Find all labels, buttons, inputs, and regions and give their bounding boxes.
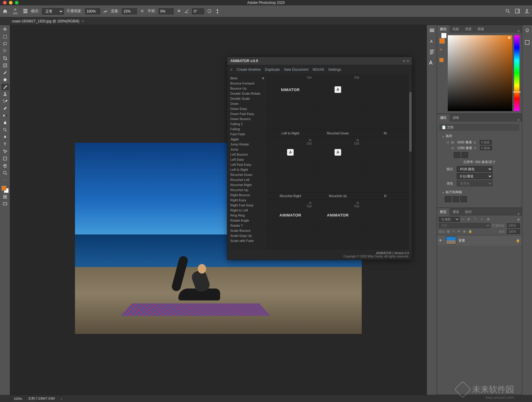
hand-tool[interactable] <box>1 162 9 169</box>
canvas-section-toggle[interactable]: ⌄画布 <box>442 134 517 138</box>
lock-pixels-icon[interactable]: ✎ <box>452 230 456 234</box>
ruler-icon-2[interactable] <box>453 196 459 202</box>
filter-shape-icon[interactable]: ▱ <box>481 217 485 222</box>
color-tab[interactable]: 颜色 <box>437 25 450 33</box>
share-icon[interactable] <box>524 8 530 14</box>
foreground-color[interactable] <box>1 186 6 191</box>
angle-icon[interactable] <box>184 9 189 14</box>
swatches-tab[interactable]: 色板 <box>450 25 462 33</box>
animator-list-item[interactable]: Scale with Fade <box>230 239 264 243</box>
animator-cell[interactable]: Right to <box>362 231 409 250</box>
animator-cell[interactable]: Right Fast EasyNew <box>314 231 361 250</box>
shape-tool[interactable] <box>1 155 9 162</box>
brush-panel-icon[interactable] <box>23 8 28 14</box>
animator-cell[interactable]: InOutA <box>267 137 314 168</box>
filter-smart-icon[interactable]: ◧ <box>487 217 492 222</box>
animator-list-item[interactable]: Scale Bounce <box>230 229 264 232</box>
gradient-tool[interactable] <box>1 112 9 119</box>
visibility-icon[interactable]: 👁 <box>439 239 444 242</box>
hue-handle[interactable] <box>513 91 520 93</box>
panel-menu-icon[interactable]: ≡ <box>518 29 522 33</box>
animator-cell[interactable]: Ricochet Up <box>314 168 361 199</box>
close-icon[interactable]: × <box>262 76 264 81</box>
animator-list-item[interactable]: Falling <box>230 127 264 131</box>
fill-select[interactable]: 背景色 <box>457 180 493 186</box>
status-chevron-icon[interactable]: › <box>61 397 62 401</box>
animator-list-item[interactable]: Down Bounce <box>230 117 264 121</box>
ruler-icon-1[interactable] <box>445 196 451 202</box>
healing-tool[interactable] <box>1 76 9 83</box>
color-mode-select[interactable]: RGB 颜色 <box>457 166 493 172</box>
magic-wand-tool[interactable] <box>1 48 9 54</box>
properties-tab[interactable]: 属性 <box>437 114 450 122</box>
animator-list-item[interactable]: Jiggle <box>230 137 264 141</box>
mixan-button[interactable]: MIXAN <box>313 67 324 72</box>
animator-cell[interactable]: OutA <box>314 74 361 105</box>
adjustments-tab[interactable]: 调整 <box>450 114 462 122</box>
learn-panel-icon[interactable] <box>524 28 530 34</box>
pressure-size-icon[interactable] <box>207 9 212 14</box>
animator-header[interactable]: ANIMATOR v.0.9 » ≡ <box>227 57 412 65</box>
airbrush-icon[interactable] <box>140 9 145 14</box>
animator-list-item[interactable]: Blink <box>230 76 264 80</box>
animator-list-item[interactable]: Right to Left <box>230 208 264 212</box>
lock-icon[interactable]: 🔒 <box>516 239 520 243</box>
animator-list-item[interactable]: Left Fast Easy <box>230 163 264 166</box>
animator-cell[interactable]: InOutANIMATOR <box>267 200 314 231</box>
animator-list-item[interactable]: Right Bounce <box>230 193 264 197</box>
panel-menu-icon[interactable]: ≡ <box>518 118 522 122</box>
color-swatches[interactable] <box>1 186 9 193</box>
animator-list-item[interactable]: Jump <box>230 148 264 151</box>
mini-fg-color[interactable] <box>439 38 445 44</box>
layer-opacity-input[interactable] <box>507 223 520 228</box>
animator-list-item[interactable]: Ring Ring <box>230 214 264 217</box>
animator-list-item[interactable]: Scale Easy Up <box>230 234 264 237</box>
settings-button[interactable]: Settings <box>328 67 341 72</box>
animator-cell[interactable]: Left to Right <box>267 105 314 136</box>
history-panel-icon[interactable] <box>429 27 435 33</box>
flow-input[interactable] <box>122 8 137 14</box>
lock-nested-icon[interactable]: ▣ <box>463 230 467 234</box>
stamp-tool[interactable] <box>1 91 9 97</box>
opacity-input[interactable] <box>85 8 100 14</box>
scrollbar[interactable] <box>409 74 412 250</box>
blend-mode-select[interactable]: 正常 <box>439 223 490 228</box>
animator-list-item[interactable]: Rotate Angle <box>230 219 264 222</box>
animator-menu-icon[interactable]: ≡ <box>230 67 232 72</box>
x-input[interactable] <box>480 140 492 145</box>
panel-menu-icon[interactable]: ≡ <box>518 212 522 216</box>
animator-list-item[interactable]: Falling 2 <box>230 122 264 126</box>
smooth-input[interactable] <box>159 8 174 14</box>
orientation-landscape-button[interactable] <box>462 152 468 158</box>
animator-list-item[interactable]: Ricochet Right <box>230 183 264 187</box>
path-tool[interactable] <box>1 148 9 155</box>
animator-cell[interactable] <box>362 74 409 105</box>
document-tab[interactable]: coast-1834827_1920.jpg @ 100%(RGB/8) × <box>9 18 87 24</box>
pen-tool[interactable] <box>1 134 9 140</box>
move-tool[interactable] <box>1 26 9 33</box>
eyedropper-tool[interactable] <box>1 69 9 76</box>
frame-tool[interactable] <box>1 62 9 69</box>
blur-tool[interactable] <box>1 119 9 126</box>
animator-list-item[interactable]: Double Scale <box>230 97 264 100</box>
filter-pixel-icon[interactable]: ▭ <box>461 217 466 222</box>
animator-cell[interactable]: InOutANIMATOR <box>314 200 361 231</box>
lock-transparency-icon[interactable]: ▦ <box>447 230 451 234</box>
collapse-icon[interactable]: » <box>403 59 405 63</box>
layer-thumbnail[interactable] <box>446 237 456 244</box>
new-document-button[interactable]: New Document <box>284 67 309 72</box>
dodge-tool[interactable] <box>1 127 9 133</box>
type-tool[interactable]: T <box>1 141 9 148</box>
animator-cell[interactable]: Right EasyNew <box>267 231 314 250</box>
animator-cell[interactable]: Ricochet Down <box>314 105 361 136</box>
animator-preset-list[interactable]: × BlinkBounce ForwardBounce UpDouble Sca… <box>227 74 267 250</box>
animator-list-item[interactable]: Rotate Y <box>230 224 264 227</box>
animator-cell[interactable]: R <box>362 168 409 199</box>
quick-mask-toggle[interactable] <box>1 194 9 200</box>
window-maximize-button[interactable] <box>15 1 19 4</box>
color-field[interactable] <box>448 35 512 111</box>
zoom-level[interactable]: 100% <box>14 397 22 401</box>
animator-cell[interactable]: OutNIMATOR <box>267 74 314 105</box>
ruler-icon-3[interactable] <box>460 196 467 202</box>
height-value[interactable]: 1280 像素 <box>457 146 472 150</box>
